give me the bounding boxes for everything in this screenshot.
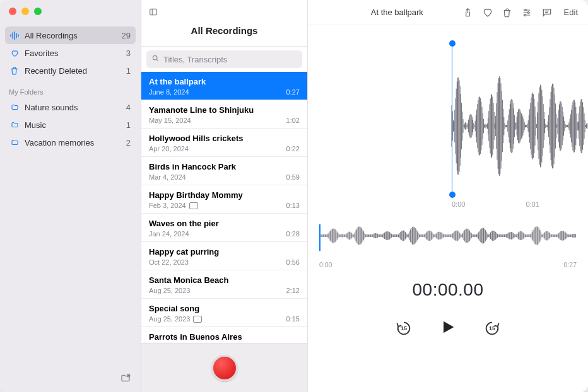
search-icon <box>151 54 160 64</box>
sidebar-item-label: All Recordings <box>25 31 122 40</box>
recording-row[interactable]: Parrots in Buenos Aires <box>141 327 307 342</box>
trim-start-handle[interactable] <box>452 43 452 195</box>
recording-title: Birds in Hancock Park <box>149 162 300 171</box>
record-button[interactable] <box>211 355 238 381</box>
svg-point-15 <box>524 9 526 11</box>
play-button[interactable] <box>439 318 457 339</box>
zoom-time-scale: 0:00 0:01 0:02 <box>308 200 588 208</box>
recordings-list-title: All Recordings <box>191 19 258 43</box>
recording-duration: 1:02 <box>286 117 300 124</box>
recording-title: Waves on the pier <box>149 219 300 228</box>
recording-row[interactable]: Happy cat purring Oct 22, 2023 0:56 <box>141 242 307 270</box>
recording-duration: 0:56 <box>286 258 300 266</box>
recording-date: June 8, 2024 <box>149 88 286 96</box>
folder-icon <box>9 103 20 111</box>
timecode-display: 00:00.00 <box>308 280 588 300</box>
trim-start-handle-dot-top[interactable] <box>449 40 456 47</box>
svg-rect-8 <box>150 9 157 14</box>
recordings-list: At the ballpark June 8, 2024 0:27 Yamano… <box>141 72 307 343</box>
overview-start-time: 0:00 <box>319 261 332 268</box>
transcript-badge-icon: ·· <box>189 202 198 209</box>
waveform-zoom-view[interactable]: 0:00 0:01 0:02 <box>308 25 588 214</box>
recording-title: Santa Monica Beach <box>149 275 300 285</box>
recording-duration: 0:28 <box>286 230 300 238</box>
trash-icon <box>9 66 20 75</box>
playhead[interactable] <box>319 224 320 251</box>
recording-row[interactable]: Birds in Hancock Park Mar 4, 2024 0:59 <box>141 157 307 185</box>
recording-row[interactable]: Hollywood Hills crickets Apr 20, 2024 0:… <box>141 129 307 157</box>
svg-marker-460 <box>444 321 454 333</box>
trim-start-handle-dot-bottom[interactable] <box>449 192 456 198</box>
sidebar-folder-music[interactable]: Music 1 <box>5 116 136 134</box>
search-field[interactable]: Titles, Transcripts <box>146 50 302 68</box>
settings-sliders-button[interactable] <box>521 8 532 18</box>
recording-row[interactable]: Yamanote Line to Shinjuku May 15, 2024 1… <box>141 100 307 129</box>
sidebar-folders-header: My Folders <box>0 79 141 98</box>
waveform-overview[interactable] <box>319 224 577 257</box>
recording-row[interactable]: Happy Birthday Mommy Feb 3, 2024 ·· 0:13 <box>141 185 307 214</box>
sidebar-item-label: Music <box>25 120 126 130</box>
recording-title: Hollywood Hills crickets <box>149 134 300 143</box>
sidebar-item-count: 1 <box>126 66 131 76</box>
svg-point-17 <box>524 14 526 16</box>
app-window: All Recordings 29 Favorites 3 Recently D… <box>0 0 588 392</box>
sidebar-item-all-recordings[interactable]: All Recordings 29 <box>5 26 136 44</box>
skip-amount-label: 15 <box>401 325 407 331</box>
sidebar-item-label: Recently Deleted <box>25 66 126 76</box>
detail-toolbar: At the ballpark Edit <box>308 0 588 25</box>
waveform-icon <box>308 50 588 202</box>
time-tick: 0:01 <box>526 200 539 208</box>
recording-title: Happy cat purring <box>149 247 300 257</box>
recording-row[interactable]: At the ballpark June 8, 2024 0:27 <box>141 72 307 100</box>
sidebar-item-favorites[interactable]: Favorites 3 <box>5 44 136 62</box>
sidebar-item-count: 4 <box>126 103 131 112</box>
recording-date: Jan 24, 2024 <box>149 230 286 238</box>
sidebar-item-count: 1 <box>126 120 131 130</box>
skip-forward-15-button[interactable]: 15 <box>482 318 502 338</box>
skip-back-15-button[interactable]: 15 <box>394 318 414 338</box>
time-tick: 0:00 <box>452 200 465 208</box>
skip-amount-label: 15 <box>489 325 495 331</box>
recordings-panel: All Recordings Titles, Transcripts At th… <box>141 0 308 392</box>
recording-duration: 0:15 <box>286 315 300 323</box>
window-controls <box>0 0 141 26</box>
recordings-header: All Recordings <box>141 0 307 47</box>
recording-date: Oct 22, 2023 <box>149 258 286 266</box>
zoom-window-button[interactable] <box>34 8 42 15</box>
recording-date: May 15, 2024 <box>149 117 286 124</box>
favorite-button[interactable] <box>482 7 493 18</box>
playback-controls: 15 15 <box>308 318 588 339</box>
folder-icon <box>9 139 20 146</box>
sidebar: All Recordings 29 Favorites 3 Recently D… <box>0 0 141 392</box>
new-folder-button[interactable] <box>119 373 132 386</box>
toggle-sidebar-button[interactable] <box>148 8 159 18</box>
recording-duration: 0:13 <box>286 202 300 209</box>
recording-duration: 0:27 <box>286 88 300 96</box>
sidebar-smart-section: All Recordings 29 Favorites 3 Recently D… <box>0 26 141 79</box>
recording-row[interactable]: Santa Monica Beach Aug 25, 2023 2:12 <box>141 270 307 299</box>
recording-date: Aug 25, 2023 <box>149 287 286 294</box>
sidebar-item-label: Nature sounds <box>25 103 126 112</box>
recording-row[interactable]: Waves on the pier Jan 24, 2024 0:28 <box>141 214 307 242</box>
share-button[interactable] <box>462 7 473 18</box>
recording-title: Yamanote Line to Shinjuku <box>149 105 300 115</box>
sidebar-item-recently-deleted[interactable]: Recently Deleted 1 <box>5 62 136 79</box>
edit-button[interactable]: Edit <box>562 6 580 18</box>
close-window-button[interactable] <box>9 8 16 15</box>
transcription-button[interactable] <box>541 7 553 18</box>
sidebar-item-count: 29 <box>122 31 131 40</box>
sidebar-folder-nature-sounds[interactable]: Nature sounds 4 <box>5 98 136 116</box>
recording-row[interactable]: Special song Aug 25, 2023 ·· 0:15 <box>141 299 307 327</box>
svg-point-10 <box>153 55 157 60</box>
overview-time-scale: 0:00 0:27 <box>319 261 577 268</box>
sidebar-item-label: Vacation memories <box>25 138 126 147</box>
folder-icon <box>9 121 20 129</box>
recording-date: Aug 25, 2023 ·· <box>149 315 286 323</box>
record-bar <box>141 343 307 392</box>
minimize-window-button[interactable] <box>21 8 29 15</box>
svg-line-11 <box>156 59 158 61</box>
overview-end-time: 0:27 <box>564 261 577 268</box>
detail-panel: At the ballpark Edit 0:00 <box>308 0 588 392</box>
delete-button[interactable] <box>502 7 512 18</box>
sidebar-folder-vacation-memories[interactable]: Vacation memories 2 <box>5 134 136 151</box>
